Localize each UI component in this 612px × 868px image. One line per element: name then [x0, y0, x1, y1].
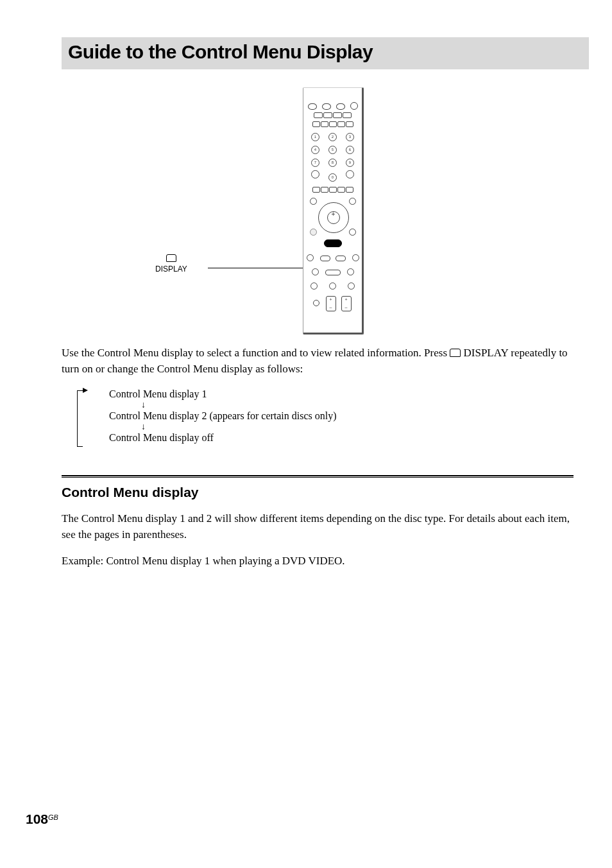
- display-button: [324, 239, 342, 247]
- vol-icon: [326, 296, 336, 311]
- example-text: Example: Control Menu display 1 when pla…: [62, 555, 574, 568]
- numpad: 1 2 3 4 5 6 7 8 9: [303, 132, 362, 182]
- num-1: 1: [311, 133, 319, 141]
- section-paragraph: The Control Menu display 1 and 2 will sh…: [62, 511, 574, 542]
- intro-text-a: Use the Control Menu display to select a…: [62, 347, 450, 359]
- cycle-item: Control Menu display 2 (appears for cert…: [109, 410, 337, 422]
- page-title: Guide to the Control Menu Display: [68, 41, 584, 63]
- section-divider: [62, 475, 574, 478]
- num-blank-l: [311, 170, 319, 178]
- remote-area: DISPLAY 1 2 3: [168, 87, 444, 338]
- nav-ring: [311, 200, 355, 239]
- display-icon: [166, 254, 176, 262]
- ch-icon: [341, 296, 352, 311]
- prev-icon: [307, 254, 314, 261]
- play-icon: [325, 270, 341, 275]
- numpad-row: 1 2 3: [303, 132, 362, 141]
- top-ovals: [303, 102, 362, 110]
- num-7: 7: [311, 159, 319, 167]
- numpad-row: 7 8 9: [303, 157, 362, 167]
- title-bar: Guide to the Control Menu Display: [62, 37, 589, 69]
- remote-body: 1 2 3 4 5 6 7 8 9: [303, 87, 364, 334]
- num-4: 4: [311, 146, 319, 154]
- cycle-diagram: Control Menu display 1 ↓ Control Menu di…: [83, 388, 337, 444]
- cycle-item: Control Menu display 1: [109, 388, 337, 401]
- numpad-row: 0: [303, 170, 362, 182]
- num-9: 9: [346, 159, 354, 167]
- section-heading: Control Menu display: [62, 485, 199, 500]
- page-number: 108: [26, 812, 48, 826]
- down-arrow-icon: ↓: [141, 422, 337, 431]
- leader-line: [208, 268, 310, 268]
- page: Guide to the Control Menu Display DISPLA…: [0, 0, 612, 868]
- display-callout: DISPLAY: [155, 254, 187, 273]
- cycle-item: Control Menu display off: [109, 431, 337, 444]
- remote-diagram: DISPLAY 1 2 3: [0, 87, 612, 338]
- num-6: 6: [346, 146, 354, 154]
- num-2: 2: [328, 133, 337, 141]
- page-footer: 108GB: [26, 812, 58, 827]
- vol-area: [303, 296, 362, 314]
- playback-cluster: [303, 252, 362, 292]
- cycle-arrow-icon: [77, 390, 83, 447]
- numpad-row: 4 5 6: [303, 144, 362, 154]
- num-0: 0: [328, 173, 337, 182]
- num-8: 8: [328, 159, 337, 167]
- intro-paragraph: Use the Control Menu display to select a…: [62, 345, 574, 377]
- num-5: 5: [328, 146, 337, 154]
- num-3: 3: [346, 133, 354, 141]
- display-callout-text: DISPLAY: [155, 265, 187, 273]
- display-icon: [450, 349, 461, 357]
- num-blank-r: [346, 170, 354, 178]
- page-suffix: GB: [48, 813, 58, 821]
- next-icon: [352, 254, 359, 261]
- enter-icon: [327, 211, 340, 224]
- down-arrow-icon: ↓: [141, 401, 337, 410]
